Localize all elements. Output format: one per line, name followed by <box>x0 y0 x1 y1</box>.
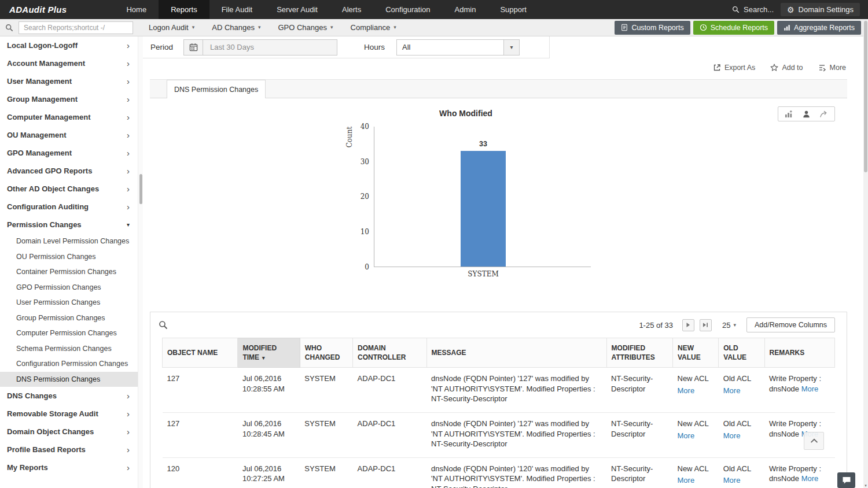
sidebar-item-group-management[interactable]: Group Management› <box>0 90 138 108</box>
chat-button[interactable] <box>837 472 855 488</box>
nav-support[interactable]: Support <box>488 0 539 19</box>
sidebar-subitem-ou-permission-changes[interactable]: OU Permission Changes <box>0 249 138 265</box>
sidebar-item-dns-changes[interactable]: DNS Changes› <box>0 387 138 405</box>
col-header-message[interactable]: MESSAGE <box>426 338 606 368</box>
col-header-remarks[interactable]: REMARKS <box>764 338 834 368</box>
add-remove-columns-button[interactable]: Add/Remove Columns <box>746 317 835 332</box>
page-size-select[interactable]: 25 ▾ <box>722 321 736 330</box>
sidebar-subitem-computer-permission-changes[interactable]: Computer Permission Changes <box>0 326 138 341</box>
nav-admin[interactable]: Admin <box>443 0 488 19</box>
old-value-more-link[interactable]: More <box>723 386 741 396</box>
cell-message: dnsNode (FQDN Pointer) '127' was modifie… <box>426 368 606 413</box>
add-to-button[interactable]: Add to <box>770 64 803 72</box>
export-as-button[interactable]: Export As <box>713 64 756 72</box>
sidebar-scrollbar-thumb[interactable] <box>139 174 142 204</box>
sidebar-item-advanced-gpo-reports[interactable]: Advanced GPO Reports› <box>0 162 138 180</box>
col-header-modified-time[interactable]: MODIFIED TIME▾ <box>238 338 300 368</box>
sidebar-subitem-domain-level-permission-changes[interactable]: Domain Level Permission Changes <box>0 234 138 249</box>
sidebar-item-domain-object-changes[interactable]: Domain Object Changes› <box>0 423 138 441</box>
menu-label: AD Changes <box>212 23 255 32</box>
sidebar-item-computer-management[interactable]: Computer Management› <box>0 108 138 126</box>
nav-reports[interactable]: Reports <box>159 0 209 19</box>
sidebar-subitem-configuration-permission-changes[interactable]: Configuration Permission Changes <box>0 356 138 372</box>
nav-home[interactable]: Home <box>114 0 159 19</box>
col-header-object-name[interactable]: OBJECT NAME <box>163 338 238 368</box>
col-header-domain-controller[interactable]: DOMAIN CONTROLLER <box>353 338 426 368</box>
sidebar-scrollbar[interactable] <box>138 36 143 488</box>
export-chart-icon[interactable] <box>819 110 828 119</box>
chevron-right-icon: › <box>127 59 130 68</box>
sidebar-item-local-logon-logoff[interactable]: Local Logon-Logoff› <box>0 36 138 54</box>
bar[interactable]: 33 <box>461 151 506 267</box>
last-page-button[interactable] <box>700 319 712 331</box>
col-header-old-value[interactable]: OLD VALUE <box>719 338 764 368</box>
nav-configuration[interactable]: Configuration <box>373 0 442 19</box>
new-value-more-link[interactable]: More <box>678 475 695 486</box>
remarks-more-link[interactable]: More <box>801 385 819 393</box>
new-value-more-link[interactable]: More <box>678 386 695 396</box>
report-search-input[interactable] <box>19 21 133 34</box>
hours-select[interactable]: All ▾ <box>396 39 520 56</box>
col-header-new-value[interactable]: NEW VALUE <box>673 338 719 368</box>
scrollbar-down-arrow[interactable]: ▾ <box>863 483 868 488</box>
sidebar-subitem-user-permission-changes[interactable]: User Permission Changes <box>0 295 138 310</box>
chevron-right-icon: › <box>127 41 130 50</box>
tab-dns-permission-changes[interactable]: DNS Permission Changes <box>167 80 266 98</box>
menu-ad-changes[interactable]: AD Changes ▾ <box>203 19 269 36</box>
next-page-button[interactable] <box>682 319 694 331</box>
sidebar-item-label: Group Management <box>7 95 78 103</box>
sidebar-item-my-reports[interactable]: My Reports› <box>0 459 138 476</box>
menu-compliance[interactable]: Compliance ▾ <box>342 19 405 36</box>
col-header-who-changed[interactable]: WHO CHANGED <box>300 338 352 368</box>
sidebar-subitem-dns-permission-changes[interactable]: DNS Permission Changes <box>0 372 138 387</box>
sidebar-subitem-schema-permission-changes[interactable]: Schema Permission Changes <box>0 341 138 357</box>
page-scrollbar[interactable]: ▾ <box>863 19 868 488</box>
user-attribution-icon[interactable] <box>802 110 811 119</box>
remarks-more-link[interactable]: More <box>801 474 819 483</box>
sidebar-subitem-container-permission-changes[interactable]: Container Permission Changes <box>0 264 138 280</box>
more-actions-button[interactable]: More <box>818 64 846 72</box>
old-value-more-link[interactable]: More <box>723 431 741 441</box>
global-search-button[interactable]: Search... <box>732 5 774 14</box>
sidebar-item-ou-management[interactable]: OU Management› <box>0 126 138 144</box>
sidebar-item-profile-based-reports[interactable]: Profile Based Reports› <box>0 441 138 459</box>
sidebar-item-label: Local Logon-Logoff <box>7 41 78 50</box>
new-value-more-link[interactable]: More <box>678 431 695 441</box>
sidebar-item-removable-storage-audit[interactable]: Removable Storage Audit› <box>0 405 138 423</box>
sidebar-item-user-management[interactable]: User Management› <box>0 72 138 90</box>
period-picker[interactable]: Last 30 Days <box>183 39 337 56</box>
sidebar-item-label: Profile Based Reports <box>7 445 86 454</box>
nav-alerts[interactable]: Alerts <box>330 0 373 19</box>
cell-message: dnsNode (FQDN Pointer) '127' was modifie… <box>426 413 606 458</box>
bar-value-label: 33 <box>461 140 506 148</box>
old-value-more-link[interactable]: More <box>723 475 741 486</box>
caret-down-icon: ▾ <box>503 40 519 55</box>
scroll-to-top-button[interactable] <box>804 432 824 450</box>
schedule-reports-button[interactable]: Schedule Reports <box>693 21 774 35</box>
col-header-modified-attributes[interactable]: MODIFIED ATTRIBUTES <box>606 338 672 368</box>
table-search-icon[interactable] <box>159 320 168 330</box>
aggregate-reports-button[interactable]: Aggregate Reports <box>777 21 861 35</box>
sidebar-item-gpo-management[interactable]: GPO Management› <box>0 144 138 162</box>
sidebar-item-account-management[interactable]: Account Management› <box>0 54 138 72</box>
sidebar-item-other-ad-object-changes[interactable]: Other AD Object Changes› <box>0 180 138 198</box>
nav-server-audit[interactable]: Server Audit <box>264 0 330 19</box>
table-row: 127 Jul 06,2016 10:28:55 AM SYSTEM ADAP-… <box>163 368 835 413</box>
sidebar-subitem-gpo-permission-changes[interactable]: GPO Permission Changes <box>0 280 138 295</box>
sidebar-subitem-group-permission-changes[interactable]: Group Permission Changes <box>0 310 138 326</box>
sidebar-item-configuration-auditing[interactable]: Configuration Auditing› <box>0 198 138 216</box>
cell-domain-controller: ADAP-DC1 <box>353 413 426 458</box>
nav-file-audit[interactable]: File Audit <box>209 0 264 19</box>
menu-gpo-changes[interactable]: GPO Changes ▾ <box>269 19 341 36</box>
sidebar-item-label: Configuration Auditing <box>7 202 89 211</box>
sidebar-item-label: Computer Management <box>7 113 90 121</box>
menu-logon-audit[interactable]: Logon Audit ▾ <box>140 19 203 36</box>
domain-settings-button[interactable]: ⚙ Domain Settings <box>781 3 860 16</box>
chart-type-icon[interactable] <box>785 110 793 119</box>
custom-reports-button[interactable]: Custom Reports <box>615 21 690 35</box>
page-scrollbar-thumb[interactable] <box>864 21 867 172</box>
sidebar-list: Local Logon-Logoff› Account Management› … <box>0 36 138 234</box>
sidebar-item-permission-changes[interactable]: Permission Changes▾ <box>0 216 138 234</box>
search-icon <box>5 24 13 32</box>
cell-who-changed: SYSTEM <box>300 457 352 488</box>
